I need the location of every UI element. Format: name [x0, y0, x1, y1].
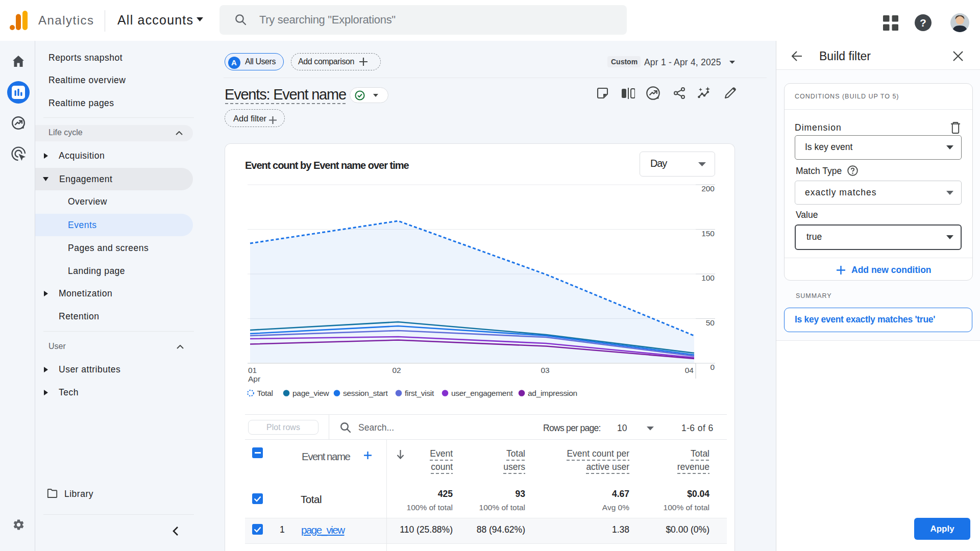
svg-text:first_visit: first_visit	[405, 389, 434, 397]
svg-text:page_view: page_view	[292, 389, 330, 397]
svg-text:02: 02	[392, 366, 401, 374]
svg-text:user_engagement: user_engagement	[451, 389, 513, 397]
svg-text:150: 150	[701, 229, 715, 238]
svg-text:Apr: Apr	[248, 374, 260, 383]
svg-text:03: 03	[541, 366, 549, 374]
svg-text:100: 100	[701, 273, 715, 282]
svg-text:Total: Total	[257, 389, 273, 397]
svg-text:0: 0	[710, 363, 715, 371]
svg-text:50: 50	[706, 318, 715, 327]
svg-text:04: 04	[685, 366, 694, 374]
svg-text:200: 200	[701, 184, 715, 193]
svg-text:01: 01	[248, 366, 257, 374]
svg-text:session_start: session_start	[343, 389, 388, 397]
svg-text:ad_impression: ad_impression	[528, 389, 577, 397]
